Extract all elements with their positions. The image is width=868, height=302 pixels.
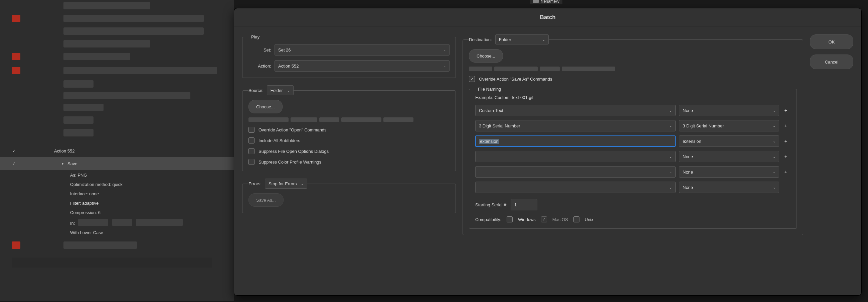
errors-value: Stop for Errors [269,181,297,186]
compatibility-label: Compatibility: [475,217,501,222]
errors-select[interactable]: Stop for Errors ⌄ [265,179,307,189]
action-label: Save [67,161,78,166]
chevron-down-icon: ⌄ [773,139,775,143]
source-value: Folder [271,88,283,93]
destination-select[interactable]: Folder ⌄ [495,34,549,45]
action-row-action552[interactable]: ✓ Action 552 [0,144,234,157]
naming-left-2[interactable]: 3 Digit Serial Number ⌄ [475,120,676,132]
starting-serial-label: Starting Serial #: [475,202,507,208]
set-value: Set 26 [278,48,291,53]
suppress-color-label: Suppress Color Profile Warnings [258,160,321,165]
starting-serial-input[interactable]: 1 [510,199,537,210]
detail-withlower: With Lower Case [70,228,175,238]
naming-right-4[interactable]: None ⌄ [679,151,779,162]
action-label: Action: [248,63,271,68]
set-select[interactable]: Set 26 ⌄ [275,44,450,56]
destination-choose-button[interactable]: Choose... [469,49,503,62]
chevron-down-icon: ⌄ [669,109,672,112]
source-choose-button[interactable]: Choose... [248,100,283,113]
naming-right-5[interactable]: None ⌄ [679,166,779,177]
detail-opt: Optimization method: quick [70,180,175,189]
destination-label: Destination: [469,37,492,42]
tab-icon [533,0,539,3]
destination-value: Folder [499,37,511,42]
chevron-down-icon: ⌄ [301,182,304,186]
ok-button[interactable]: OK [810,34,853,49]
include-subfolders-checkbox[interactable] [248,137,254,143]
destination-fieldset: Destination: Folder ⌄ Choose... [463,34,803,235]
action-details: As: PNG Optimization method: quick Inter… [70,170,175,238]
action-select[interactable]: Action 552 ⌄ [275,60,450,72]
naming-left-3[interactable]: extension [475,135,676,147]
compat-windows-label: Windows [518,217,536,222]
errors-fieldset: Errors: Stop for Errors ⌄ Save As... [242,179,456,213]
chevron-down-icon[interactable]: ▾ [57,162,67,166]
chevron-down-icon: ⌄ [773,109,775,112]
compat-unix-label: Unix [585,217,593,222]
file-naming-fieldset: File Naming Example: Custom-Text-001.gif… [469,87,797,229]
source-select[interactable]: Folder ⌄ [267,85,293,95]
file-naming-legend: File Naming [475,87,504,92]
plus-icon: + [782,107,789,114]
plus-icon: + [782,138,789,144]
detail-compression: Compression: 6 [70,208,175,217]
include-subfolders-label: Include All Subfolders [258,138,300,143]
compat-unix-checkbox[interactable] [574,216,580,222]
naming-right-2[interactable]: 3 Digit Serial Number ⌄ [679,120,779,132]
naming-grid: Custom-Text- ⌄ None ⌄ + 3 Digit Serial N… [475,105,790,193]
suppress-open-checkbox[interactable] [248,148,254,154]
override-save-label: Override Action "Save As" Commands [479,77,552,82]
check-icon: ✓ [10,148,18,154]
suppress-open-label: Suppress File Open Options Dialogs [258,149,329,154]
errors-label: Errors: [248,181,261,186]
override-open-label: Override Action "Open" Commands [258,128,327,132]
batch-dialog: Batch Play Set: Set 26 ⌄ Action: Action … [234,8,862,296]
override-open-checkbox[interactable] [248,127,254,133]
source-path-display [248,117,450,122]
compat-macos-checkbox [541,216,547,222]
chevron-down-icon: ⌄ [542,38,545,42]
chevron-down-icon: ⌄ [443,48,446,52]
compat-windows-checkbox[interactable] [507,216,513,222]
dialog-title: Batch [234,8,861,26]
chevron-down-icon: ⌄ [669,186,672,189]
set-label: Set: [248,48,271,53]
override-save-checkbox[interactable] [469,76,475,82]
check-icon: ✓ [10,161,18,166]
save-as-button[interactable]: Save As... [248,193,283,207]
chevron-down-icon: ⌄ [773,170,775,174]
chevron-down-icon: ⌄ [669,155,672,159]
plus-icon: + [782,153,789,160]
action-value: Action 552 [278,63,299,68]
chevron-down-icon: ⌄ [773,186,775,189]
chevron-down-icon: ⌄ [669,124,672,128]
chevron-down-icon: ⌄ [443,64,446,68]
tab-label: filenameW [541,0,560,4]
detail-interlace: Interlace: none [70,189,175,199]
suppress-color-checkbox[interactable] [248,159,254,165]
naming-right-6[interactable]: None ⌄ [679,182,779,193]
naming-left-1[interactable]: Custom-Text- ⌄ [475,105,676,116]
detail-in: In: [70,221,75,226]
document-tab[interactable]: filenameW [530,0,563,5]
example-label: Example: [475,95,493,100]
play-legend: Play [248,34,262,39]
naming-left-6[interactable]: ⌄ [475,182,676,193]
chevron-down-icon: ⌄ [773,124,775,128]
chevron-down-icon: ⌄ [287,89,290,92]
naming-right-3[interactable]: extension ⌄ [679,135,779,147]
naming-right-1[interactable]: None ⌄ [679,105,779,116]
play-fieldset: Play Set: Set 26 ⌄ Action: Action 552 ⌄ [242,34,456,78]
detail-filter: Filter: adaptive [70,199,175,208]
compat-macos-label: Mac OS [552,217,568,222]
detail-as: As: PNG [70,170,175,180]
chevron-down-icon: ⌄ [773,155,775,159]
source-label: Source: [248,88,264,93]
action-label: Action 552 [54,148,74,154]
chevron-down-icon: ⌄ [669,170,672,174]
plus-icon: + [782,122,789,129]
naming-left-4[interactable]: ⌄ [475,151,676,162]
action-row-save[interactable]: ✓ ▾ Save [0,157,234,170]
cancel-button[interactable]: Cancel [810,55,853,69]
naming-left-5[interactable]: ⌄ [475,166,676,177]
